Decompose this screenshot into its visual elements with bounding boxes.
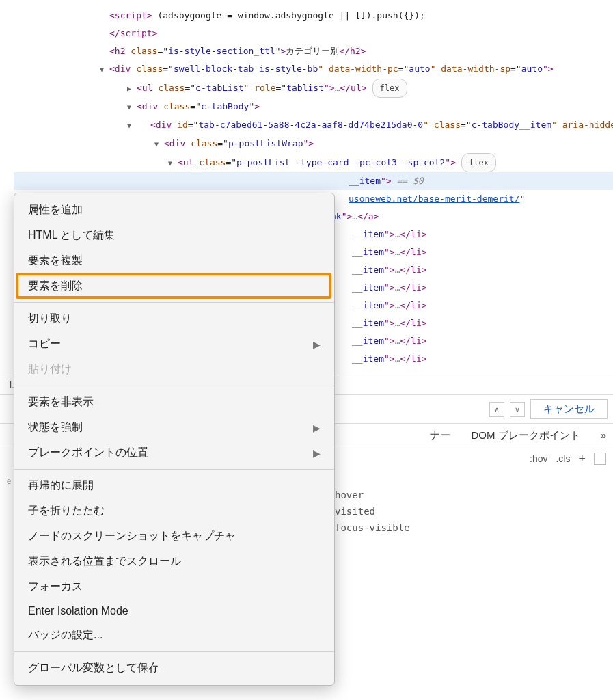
- ctx-hide-element[interactable]: 要素を非表示: [14, 390, 334, 415]
- dom-line[interactable]: ▼<div class="swell-block-tab is-style-bb…: [14, 60, 613, 79]
- tab-listener[interactable]: ナー: [430, 429, 450, 442]
- expand-arrow-icon[interactable]: ▶: [127, 80, 137, 98]
- dom-line[interactable]: ▼<ul class="p-postList -type-card -pc-co…: [14, 153, 613, 172]
- submenu-arrow-icon: ▶: [313, 339, 321, 350]
- tag-name: script: [115, 10, 147, 21]
- ctx-expand-recursively[interactable]: 再帰的に展開: [14, 473, 334, 498]
- dom-line[interactable]: <h2 class="is-style-section_ttl">カテゴリー別<…: [14, 42, 613, 60]
- dom-line[interactable]: ▼<div id="tab-c7abed61-5a88-4c2a-aaf8-dd…: [14, 116, 613, 135]
- ctx-separator: [14, 302, 334, 303]
- ctx-cut[interactable]: 切り取り: [14, 306, 334, 332]
- angle-open: </: [109, 28, 120, 38]
- angle-close: >: [152, 28, 158, 38]
- ctx-force-state[interactable]: 状態を強制▶: [14, 415, 334, 440]
- angle-open: <: [109, 10, 115, 21]
- link-url[interactable]: usoneweb.net/base-merit-demerit/: [349, 193, 519, 204]
- find-cancel-button[interactable]: キャンセル: [530, 399, 608, 419]
- ctx-break-on[interactable]: ブレークポイントの位置▶: [14, 440, 334, 466]
- submenu-arrow-icon: ▶: [313, 448, 321, 459]
- ctx-duplicate-element[interactable]: 要素を複製: [14, 248, 334, 273]
- dom-line[interactable]: ▶<ul class="c-tabList" role="tablist">…<…: [14, 79, 613, 98]
- hov-toggle[interactable]: :hov: [530, 453, 547, 464]
- context-menu[interactable]: 属性を追加 HTML として編集 要素を複製 要素を削除 切り取り コピー▶ 貼…: [14, 193, 335, 686]
- ctx-capture-screenshot[interactable]: ノードのスクリーンショットをキャプチャ: [14, 524, 334, 549]
- ctx-enter-isolation[interactable]: Enter Isolation Mode: [14, 600, 334, 623]
- ctx-store-as-global[interactable]: グローバル変数として保存: [14, 656, 334, 681]
- ctx-focus[interactable]: フォーカス: [14, 574, 334, 600]
- selected-marker: == $0: [392, 176, 424, 186]
- ctx-collapse-children[interactable]: 子を折りたたむ: [14, 498, 334, 524]
- script-text: (adsbygoogle = window.adsbygoogle || [])…: [152, 10, 425, 21]
- submenu-arrow-icon: ▶: [313, 422, 321, 433]
- tab-dom-breakpoints[interactable]: DOM ブレークポイント: [471, 429, 580, 442]
- cls-toggle[interactable]: .cls: [556, 453, 570, 464]
- pseudo-label: visited: [335, 506, 375, 517]
- dom-line[interactable]: ▼<div class="c-tabBody">: [14, 98, 613, 116]
- tag-name: script: [120, 28, 152, 38]
- dom-line[interactable]: <script> (adsbygoogle = window.adsbygoog…: [14, 7, 613, 25]
- flex-badge[interactable]: flex: [461, 153, 496, 172]
- expand-arrow-icon[interactable]: ▼: [141, 117, 150, 135]
- flex-badge[interactable]: flex: [372, 79, 407, 98]
- ctx-separator: [14, 651, 334, 652]
- find-prev-button[interactable]: ∧: [489, 402, 504, 417]
- pseudo-label: focus-visible: [335, 522, 410, 533]
- angle-close: >: [147, 10, 152, 21]
- ctx-add-attribute[interactable]: 属性を追加: [14, 198, 334, 223]
- ctx-badge-settings[interactable]: バッジの設定...: [14, 623, 334, 648]
- ctx-paste: 貼り付け: [14, 357, 334, 382]
- tabs-overflow-icon[interactable]: »: [601, 429, 606, 442]
- dom-line[interactable]: </script>: [14, 25, 613, 42]
- dom-line[interactable]: ▼<div class="p-postListWrap">: [14, 135, 613, 153]
- new-style-rule-button[interactable]: +: [578, 453, 586, 464]
- ctx-separator: [14, 386, 334, 386]
- computed-layout-icon[interactable]: [594, 453, 606, 465]
- expand-arrow-icon[interactable]: ▼: [100, 61, 109, 79]
- expand-arrow-icon[interactable]: ▼: [154, 135, 164, 153]
- ctx-copy[interactable]: コピー▶: [14, 332, 334, 357]
- h2-text: カテゴリー別: [286, 46, 339, 56]
- dom-line-selected[interactable]: __item"> == $0: [14, 172, 613, 190]
- ctx-scroll-into-view[interactable]: 表示される位置までスクロール: [14, 549, 334, 574]
- expand-arrow-icon[interactable]: ▼: [127, 98, 137, 116]
- ctx-delete-element[interactable]: 要素を削除: [14, 273, 334, 299]
- ctx-separator: [14, 469, 334, 470]
- pseudo-label: hover: [335, 489, 364, 500]
- find-next-button[interactable]: ∨: [510, 402, 525, 417]
- expand-arrow-icon[interactable]: ▼: [168, 154, 178, 172]
- ctx-edit-as-html[interactable]: HTML として編集: [14, 223, 334, 248]
